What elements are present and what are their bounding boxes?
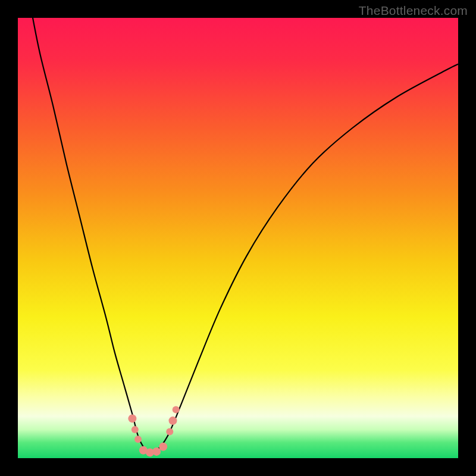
data-marker — [159, 443, 167, 451]
chart-svg — [18, 18, 458, 458]
data-marker — [166, 428, 173, 436]
plot-area — [18, 18, 458, 458]
chart-frame: TheBottleneck.com — [0, 0, 476, 476]
data-marker — [128, 414, 136, 422]
data-marker — [168, 416, 177, 425]
data-marker — [173, 406, 180, 414]
gradient-background — [18, 18, 458, 458]
watermark-text: TheBottleneck.com — [359, 4, 468, 18]
data-marker — [134, 436, 142, 443]
data-marker — [131, 426, 139, 433]
